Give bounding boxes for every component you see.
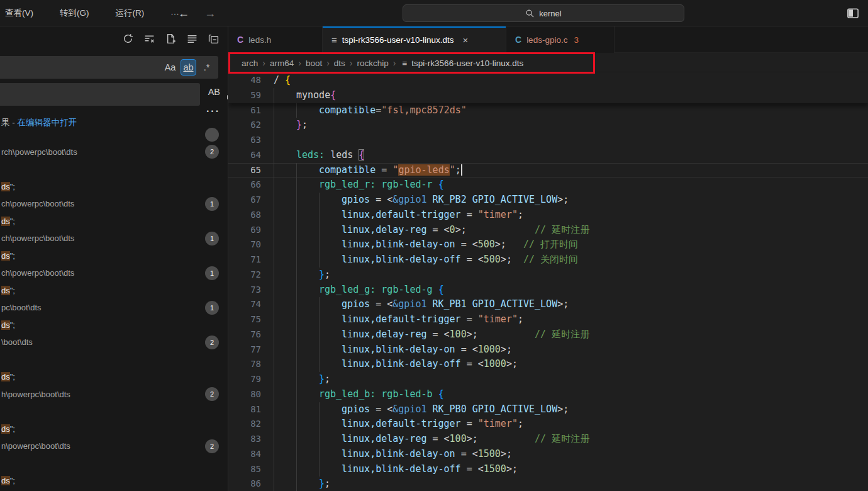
search-result-file-row[interactable]: n\powerpc\boot\dts2 — [0, 437, 228, 455]
code-line[interactable]: 69linux,delay-reg = <0>; // 延时注册 — [228, 223, 868, 238]
code-line[interactable]: 61compatible="fsl,mpc8572ds" — [228, 103, 868, 118]
clear-search-results-icon[interactable] — [142, 31, 156, 45]
refresh-icon[interactable] — [121, 31, 135, 45]
indent-guide — [296, 387, 319, 402]
toggle-sidebar-button[interactable] — [845, 6, 860, 21]
search-view-actions — [121, 31, 220, 45]
search-result-match-row[interactable]: ds"; — [0, 368, 228, 386]
search-result-file-row[interactable]: rch\powerpc\boot\dts2 — [0, 144, 228, 161]
menu-goto[interactable]: 转到(G) — [56, 6, 93, 21]
replace-all-icon[interactable] — [224, 86, 228, 103]
code-line[interactable]: 78linux,blink-delay-off = <1000>; — [228, 357, 868, 372]
search-input[interactable]: Aa ab .* — [0, 56, 218, 79]
search-result-file-row[interactable]: ch\powerpc\boot\dts1 — [0, 264, 228, 282]
code-line[interactable]: 86}; — [228, 477, 868, 491]
code-token: = < — [426, 433, 449, 444]
collapse-all-icon[interactable] — [206, 31, 220, 45]
open-new-search-editor-icon[interactable] — [164, 31, 177, 45]
indent-guide — [319, 342, 342, 358]
code-line[interactable]: 74gpios = <&gpio1 RK_PB1 GPIO_ACTIVE_LOW… — [228, 297, 868, 312]
code-line-content: linux,delay-reg = <100>; // 延时注册 — [274, 327, 589, 342]
code-line[interactable]: 48/ { — [228, 73, 868, 88]
search-result-match-row[interactable]: ds"; — [0, 420, 228, 438]
indent-guide — [296, 297, 319, 312]
code-line[interactable]: 83linux,delay-reg = <100>; // 延时注册 — [228, 432, 868, 447]
code-token: } — [319, 478, 325, 489]
replace-input[interactable] — [0, 83, 200, 106]
regex-toggle[interactable]: .* — [199, 59, 214, 76]
indent-guide — [319, 402, 342, 417]
search-result-file-row[interactable]: ch\powerpc\boot\dts1 — [0, 195, 228, 213]
code-line[interactable]: 72}; — [228, 268, 868, 283]
code-line[interactable]: 85linux,blink-delay-off = <1500>; — [228, 462, 868, 477]
code-line-content: linux,blink-delay-on = <1500>; — [274, 447, 512, 462]
code-line[interactable]: 77linux,blink-delay-on = <1000>; — [228, 342, 868, 358]
menu-bar: 查看(V) 转到(G) 运行(R) ··· — [1, 0, 183, 26]
dts-file-icon: ≡ — [402, 59, 407, 68]
indent-guide — [296, 283, 319, 298]
whole-word-toggle[interactable]: ab — [181, 59, 196, 76]
code-line-content: linux,delay-reg = <100>; // 延时注册 — [274, 432, 589, 447]
code-token: rgb-led-r — [381, 179, 432, 190]
code-token: "timer" — [478, 313, 518, 325]
code-token: leds: — [296, 149, 325, 161]
code-line[interactable]: 68linux,default-trigger = "timer"; — [228, 208, 868, 223]
code-line[interactable]: 81gpios = <&gpio1 RK_PB0 GPIO_ACTIVE_LOW… — [228, 402, 868, 417]
preserve-case-toggle[interactable]: AB — [208, 87, 220, 97]
command-center-search[interactable]: kernel — [403, 4, 684, 22]
breadcrumb-item-rockchip[interactable]: rockchip — [357, 59, 389, 68]
back-arrow-icon[interactable]: ← — [178, 7, 189, 20]
code-line[interactable]: 75linux,default-trigger = "timer"; — [228, 312, 868, 327]
code-line[interactable]: 64leds: leds { — [228, 148, 868, 163]
result-file-path: ch\powerpc\boot\dts — [1, 268, 205, 278]
code-token: = < — [370, 298, 392, 310]
search-result-file-row[interactable]: pc\boot\dts1 — [0, 299, 228, 317]
code-line[interactable]: 66rgb_led_r: rgb-led-r { — [228, 178, 868, 193]
code-token: gpios — [342, 194, 370, 205]
search-result-file-row[interactable]: \boot\dts2 — [0, 334, 228, 351]
code-line[interactable]: 70linux,blink-delay-on = <500>; // 打开时间 — [228, 237, 868, 252]
tab-leds-h[interactable]: C leds.h — [228, 26, 323, 53]
code-line[interactable]: 71linux,blink-delay-off = <500>; // 关闭时间 — [228, 252, 868, 268]
code-line[interactable]: 63 — [228, 133, 868, 148]
code-line[interactable]: 84linux,blink-delay-on = <1500>; — [228, 447, 868, 462]
search-result-file-row[interactable] — [0, 126, 228, 144]
code-token: // 延时注册 — [535, 329, 589, 340]
breadcrumb-item-boot[interactable]: boot — [306, 59, 322, 68]
search-result-match-row[interactable]: ds"; — [0, 472, 228, 490]
code-line[interactable]: 62}; — [228, 118, 868, 133]
close-tab-icon[interactable]: × — [463, 35, 469, 45]
search-result-file-row[interactable]: ch\powerpc\boot\dts1 — [0, 230, 228, 247]
code-line[interactable]: 82linux,default-trigger = "timer"; — [228, 417, 868, 432]
code-line[interactable]: 59mynode{ — [228, 88, 868, 103]
breadcrumb-item-dts[interactable]: dts — [334, 59, 345, 68]
search-result-match-row[interactable]: ds"; — [0, 317, 228, 334]
code-token: &gpio1 — [392, 194, 426, 205]
search-result-match-row[interactable]: ds"; — [0, 213, 228, 230]
search-result-match-row[interactable]: ds"; — [0, 282, 228, 300]
breadcrumb-item-arm64[interactable]: arm64 — [270, 59, 294, 68]
breadcrumb-file[interactable]: tspi-rk3566-user-v10-linux.dts — [411, 59, 523, 68]
code-line-content: / { — [274, 73, 291, 88]
search-result-file-row[interactable]: h\powerpc\boot\dts2 — [0, 386, 228, 404]
match-case-toggle[interactable]: Aa — [162, 59, 178, 76]
code-line[interactable]: 80rgb_led_b: rgb-led-b { — [228, 387, 868, 402]
code-line[interactable]: 67gpios = <&gpio1 RK_PB2 GPIO_ACTIVE_LOW… — [228, 193, 868, 208]
tab-tspi-rk3566-dts[interactable]: ≡ tspi-rk3566-user-v10-linux.dts × — [323, 26, 506, 53]
search-result-match-row[interactable]: ds"; — [0, 247, 228, 265]
match-count-badge: 2 — [205, 439, 219, 453]
code-line[interactable]: 73rgb_led_g: rgb-led-g { — [228, 283, 868, 298]
menu-view[interactable]: 查看(V) — [1, 6, 37, 21]
code-token: = — [376, 104, 381, 116]
code-line[interactable]: 76linux,delay-reg = <100>; // 延时注册 — [228, 327, 868, 342]
forward-arrow-icon[interactable]: → — [204, 7, 216, 20]
tab-leds-gpio-c[interactable]: C leds-gpio.c 3 — [506, 26, 615, 53]
toggle-search-details-icon[interactable]: ··· — [206, 106, 220, 117]
code-line[interactable]: 65compatible = "gpio-leds"; — [228, 163, 868, 178]
search-result-match-row[interactable]: ds"; — [0, 178, 228, 196]
menu-run[interactable]: 运行(R) — [112, 6, 148, 21]
view-as-tree-icon[interactable] — [185, 31, 199, 45]
line-number: 86 — [228, 477, 261, 491]
breadcrumb-item-arch[interactable]: arch — [242, 59, 258, 68]
code-line[interactable]: 79}; — [228, 372, 868, 387]
